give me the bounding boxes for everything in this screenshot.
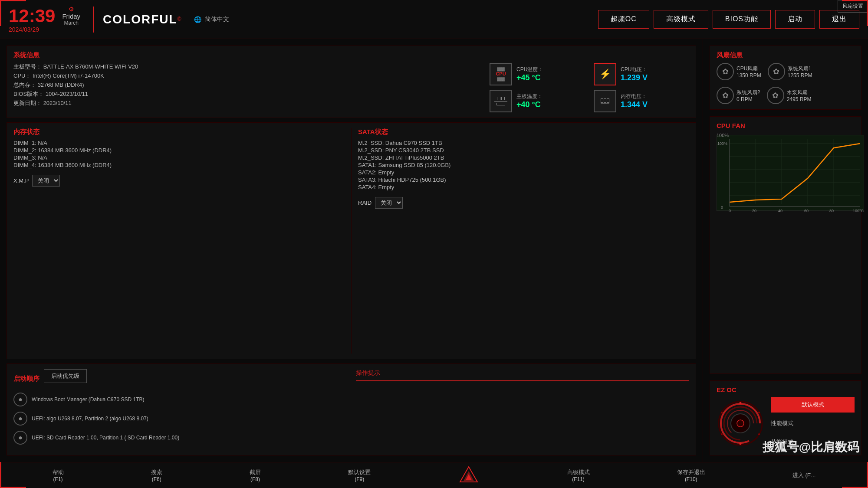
svg-text:0: 0 xyxy=(721,205,723,210)
sysinfo-volts: ⚡ CPU电压： 1.239 V xyxy=(594,63,689,112)
sata-item-2: M.2_SSD: ZHITAI TiPlus5000 2TB xyxy=(358,154,689,161)
fan-rpm-cpu: 1350 RPM xyxy=(736,72,761,79)
mb-row: 主板型号： BATTLE-AX B760M-WHITE WIFI V20 xyxy=(13,63,481,71)
fan-icon-pump: ✿ xyxy=(767,87,784,104)
bottom-screenshot: 截屏 (F8) xyxy=(250,468,261,482)
fan-item-pump: ✿ 水泵风扇 2495 RPM xyxy=(767,87,812,104)
raid-row: RAID 关闭 xyxy=(358,197,689,209)
bottom-save-exit: 保存并退出 (F10) xyxy=(677,468,705,482)
sysinfo-section: 主板型号： BATTLE-AX B760M-WHITE WIFI V20 CPU… xyxy=(13,63,689,112)
cpu-fan-title: CPU FAN xyxy=(717,122,745,129)
mb-temp-item: 主板温度： +40 °C xyxy=(490,90,585,112)
watermark: 搜狐号@比肩数码 xyxy=(763,439,859,455)
ops-hint-line xyxy=(356,380,690,381)
fan-rpm-sys1: 1255 RPM xyxy=(788,72,812,79)
update-value: 2023/10/11 xyxy=(43,100,72,106)
corner-decoration-tl xyxy=(0,0,26,26)
mem-value: 32768 MB (DDR4) xyxy=(38,82,84,88)
cpu-temp-icon: ▓▓▓ CPU ▓▓▓ xyxy=(490,63,512,85)
bottom-search: 搜索 (F6) xyxy=(151,468,162,482)
dimm3: DIMM_3: N/A xyxy=(13,154,345,161)
bottom-advanced: 高级模式 (F11) xyxy=(567,468,590,482)
triangle-svg xyxy=(458,465,480,486)
corner-decoration-tr xyxy=(842,0,868,26)
sata-item-0: M.2_SSD: Dahua C970 SSD 1TB xyxy=(358,140,689,146)
chart-area: 100% xyxy=(717,133,855,219)
svg-point-26 xyxy=(740,402,742,404)
fan-info-title: 风扇信息 xyxy=(717,51,855,59)
cpu-temp-item: ▓▓▓ CPU ▓▓▓ CPU温度： +45 °C xyxy=(490,63,585,85)
cpu-volt-label: CPU电压： xyxy=(621,66,648,73)
top-bar: 12:39 ⚙ Friday March 2024/03/29 COLORFUL… xyxy=(0,0,868,39)
raid-select[interactable]: 关闭 xyxy=(375,197,403,209)
mb-temp-value: 主板温度： +40 °C xyxy=(516,93,542,109)
boot-item-text-1: UEFI: aigo U268 8.07, Partition 2 (aigo … xyxy=(32,416,148,422)
boot-item-text-0: Windows Boot Manager (Dahua C970 SSD 1TB… xyxy=(32,396,144,403)
ezoc-performance-label: 性能模式 xyxy=(771,416,855,431)
boot-item-text-2: UEFI: SD Card Reader 1.00, Partition 1 (… xyxy=(32,435,179,441)
fan-text-pump: 水泵风扇 2495 RPM xyxy=(787,89,812,102)
mem-volt-reading: 1.344 V xyxy=(621,100,648,109)
xmp-label: X.M.P xyxy=(13,177,29,184)
ezoc-default-btn[interactable]: 默认模式 xyxy=(771,397,855,413)
sata-item-1: M.2_SSD: PNY CS3040 2TB SSD xyxy=(358,147,689,154)
sysinfo-left: 主板型号： BATTLE-AX B760M-WHITE WIFI V20 CPU… xyxy=(13,63,481,112)
fan-chart-svg: 100% 0 0 20 40 60 80 100°C xyxy=(717,135,864,217)
day-label: Friday xyxy=(62,13,80,20)
bottom-enter: 进入 (E... xyxy=(792,472,815,479)
fan-item-sys2: ✿ 系统风扇2 0 RPM xyxy=(717,87,760,104)
sata-item-3: SATA1: Samsung SSD 85 (120.0GB) xyxy=(358,162,689,168)
fan-name-cpu: CPU风扇 xyxy=(736,65,761,72)
brand-logo: COLORFUL® xyxy=(103,13,181,26)
sysinfo-temps: ▓▓▓ CPU ▓▓▓ CPU温度： +45 °C xyxy=(490,63,585,112)
nav-btn-bios[interactable]: BIOS功能 xyxy=(713,10,771,29)
clock-day: ⚙ Friday March xyxy=(62,6,80,26)
mb-temp-icon xyxy=(490,90,512,112)
svg-text:100°C: 100°C xyxy=(853,209,864,213)
main-layout: 系统信息 主板型号： BATTLE-AX B760M-WHITE WIFI V2… xyxy=(0,39,868,462)
lang-area[interactable]: 🌐 简体中文 xyxy=(194,16,229,23)
cpu-value: Intel(R) Core(TM) i7-14700K xyxy=(33,72,104,79)
brand-divider xyxy=(93,7,94,33)
search-label: 搜索 xyxy=(151,468,162,476)
advanced-label: 高级模式 xyxy=(567,468,590,476)
boot-priority-btn[interactable]: 启动优先级 xyxy=(44,369,87,383)
cpu-volt-icon: ⚡ xyxy=(594,63,616,85)
sata-title: SATA状态 xyxy=(358,128,689,136)
nav-btn-overclocking[interactable]: 超频OC xyxy=(598,10,649,29)
mem-volt-item: 内存电压： 1.344 V xyxy=(594,90,689,112)
svg-point-30 xyxy=(721,433,723,435)
sata-item-5: SATA3: Hitachi HDP725 (500.1GB) xyxy=(358,177,689,183)
fan-name-sys1: 系统风扇1 xyxy=(788,65,812,72)
svg-text:100%: 100% xyxy=(717,141,727,146)
fan-item-sys1: ✿ 系统风扇1 1255 RPM xyxy=(768,63,812,80)
mem-volt-label: 内存电压： xyxy=(621,93,648,100)
mem-sata-card: 内存状态 DIMM_1: N/A DIMM_2: 16384 MB 3600 M… xyxy=(7,122,696,359)
corner-decoration-br xyxy=(842,462,868,488)
ezoc-dial-svg xyxy=(717,400,764,447)
bios-value: 1004-2023/10/11 xyxy=(46,91,88,97)
sata-item-6: SATA4: Empty xyxy=(358,184,689,190)
save-exit-label: 保存并退出 xyxy=(677,468,705,476)
lang-label: 简体中文 xyxy=(205,16,229,23)
mem-volt-icon xyxy=(594,90,616,112)
save-exit-key: (F10) xyxy=(685,476,697,482)
globe-icon: 🌐 xyxy=(194,16,201,23)
screenshot-key: (F8) xyxy=(250,476,260,482)
chart-y-max: 100% xyxy=(717,133,729,138)
cpu-label: CPU： xyxy=(13,72,31,79)
svg-point-28 xyxy=(758,433,760,435)
fan-icon-sys1: ✿ xyxy=(768,63,785,80)
update-row: 更新日期： 2023/10/11 xyxy=(13,99,481,107)
cpu-volt-item: ⚡ CPU电压： 1.239 V xyxy=(594,63,689,85)
nav-btn-advanced[interactable]: 高级模式 xyxy=(654,10,708,29)
nav-btn-boot[interactable]: 启动 xyxy=(775,10,815,29)
help-label: 帮助 xyxy=(53,468,64,476)
default-key: (F9) xyxy=(355,476,364,482)
mem-volt-value: 内存电压： 1.344 V xyxy=(621,93,648,109)
system-info-card: 系统信息 主板型号： BATTLE-AX B760M-WHITE WIFI V2… xyxy=(7,46,696,118)
fan-text-sys1: 系统风扇1 1255 RPM xyxy=(788,65,812,79)
clock-date: 2024/03/29 xyxy=(9,26,80,33)
fan-text-sys2: 系统风扇2 0 RPM xyxy=(736,89,760,102)
xmp-select[interactable]: 关闭 xyxy=(32,175,60,187)
